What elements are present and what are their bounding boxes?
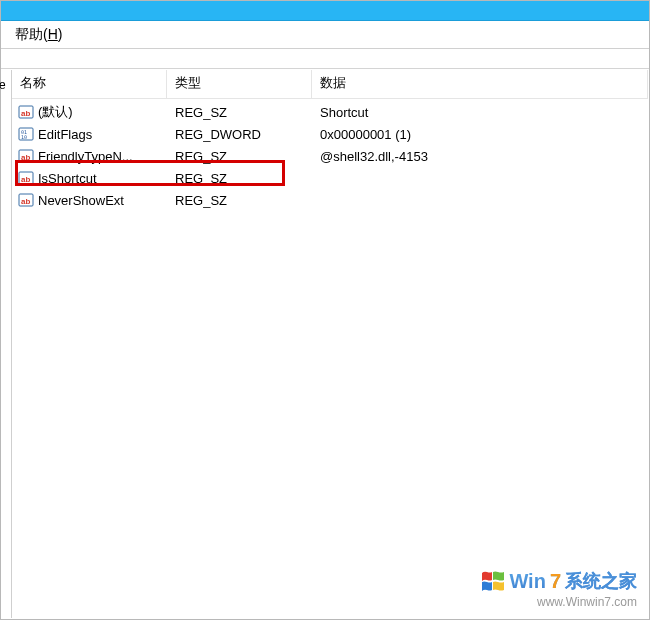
window-frame: 帮助(H) e 名称 类型 数据 ab(默认)REG_SZShortcut011… (0, 0, 650, 620)
content-area: e 名称 类型 数据 ab(默认)REG_SZShortcut0110EditF… (2, 70, 648, 618)
menu-help[interactable]: 帮助(H) (15, 26, 62, 44)
reg-string-icon: ab (18, 170, 34, 186)
svg-text:ab: ab (21, 175, 30, 184)
title-bar (1, 1, 649, 21)
cell-name: abFriendlyTypeN... (12, 148, 167, 164)
column-headers: 名称 类型 数据 (12, 70, 648, 99)
tree-fragment-text: e (0, 78, 6, 92)
row-name-text: FriendlyTypeN... (38, 149, 133, 164)
watermark: Win7系统之家 www.Winwin7.com (481, 569, 637, 609)
table-row[interactable]: 0110EditFlagsREG_DWORD0x00000001 (1) (12, 123, 648, 145)
cell-name: 0110EditFlags (12, 126, 167, 142)
col-header-name[interactable]: 名称 (12, 70, 167, 99)
cell-type: REG_SZ (167, 193, 312, 208)
cell-data: 0x00000001 (1) (312, 127, 648, 142)
svg-text:ab: ab (21, 109, 30, 118)
tree-panel-fragment: e (2, 70, 12, 618)
cell-type: REG_SZ (167, 105, 312, 120)
col-header-data[interactable]: 数据 (312, 70, 648, 99)
watermark-cn: 系统之家 (565, 569, 637, 593)
row-name-text: (默认) (38, 103, 73, 121)
watermark-num: 7 (550, 570, 561, 593)
row-name-text: NeverShowExt (38, 193, 124, 208)
reg-string-icon: ab (18, 148, 34, 164)
table-row[interactable]: abIsShortcutREG_SZ (12, 167, 648, 189)
row-name-text: EditFlags (38, 127, 92, 142)
toolbar-spacer (1, 49, 649, 69)
cell-name: abIsShortcut (12, 170, 167, 186)
cell-type: REG_SZ (167, 149, 312, 164)
reg-string-icon: ab (18, 104, 34, 120)
svg-text:ab: ab (21, 153, 30, 162)
rows-container: ab(默认)REG_SZShortcut0110EditFlagsREG_DWO… (12, 99, 648, 211)
cell-data: @shell32.dll,-4153 (312, 149, 648, 164)
cell-name: ab(默认) (12, 103, 167, 121)
row-name-text: IsShortcut (38, 171, 97, 186)
menu-help-accel: H (48, 26, 58, 42)
cell-data: Shortcut (312, 105, 648, 120)
windows-flag-icon (481, 570, 505, 592)
watermark-brand: Win7系统之家 (481, 569, 637, 593)
svg-text:ab: ab (21, 197, 30, 206)
reg-string-icon: ab (18, 192, 34, 208)
list-panel[interactable]: 名称 类型 数据 ab(默认)REG_SZShortcut0110EditFla… (12, 70, 648, 618)
watermark-prefix: Win (509, 570, 545, 593)
cell-type: REG_DWORD (167, 127, 312, 142)
cell-name: abNeverShowExt (12, 192, 167, 208)
col-header-type[interactable]: 类型 (167, 70, 312, 99)
watermark-url: www.Winwin7.com (481, 595, 637, 609)
table-row[interactable]: ab(默认)REG_SZShortcut (12, 101, 648, 123)
table-row[interactable]: abNeverShowExtREG_SZ (12, 189, 648, 211)
menu-help-label: 帮助 (15, 26, 43, 42)
table-row[interactable]: abFriendlyTypeN...REG_SZ@shell32.dll,-41… (12, 145, 648, 167)
cell-type: REG_SZ (167, 171, 312, 186)
reg-binary-icon: 0110 (18, 126, 34, 142)
svg-text:10: 10 (21, 134, 27, 140)
menu-bar: 帮助(H) (1, 21, 649, 49)
